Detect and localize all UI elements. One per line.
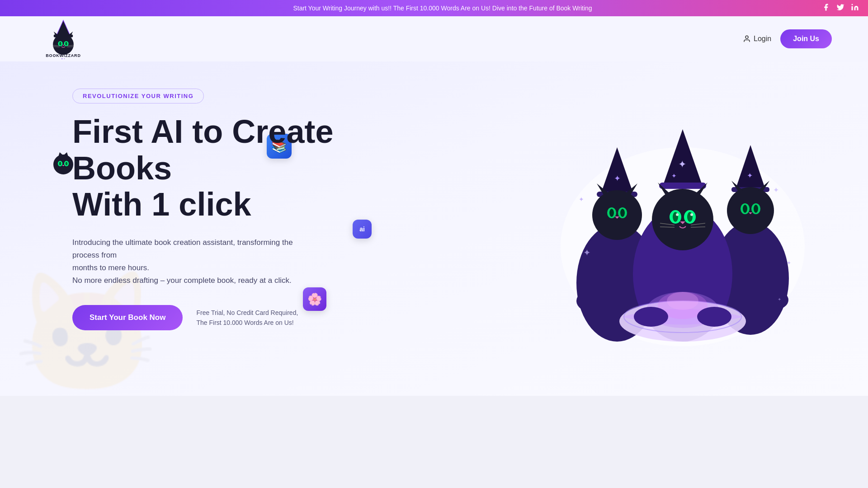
hero-description: Introducing the ultimate book creation a… xyxy=(72,236,312,287)
svg-text:✦: ✦ xyxy=(778,297,781,302)
svg-line-71 xyxy=(660,227,675,227)
svg-point-24 xyxy=(66,162,68,165)
hero-title-line1: First AI to Create xyxy=(72,113,333,150)
twitter-icon[interactable] xyxy=(836,3,844,13)
svg-point-18 xyxy=(53,155,73,174)
svg-point-9 xyxy=(65,42,67,46)
hero-section: 📚 ai 🌸 🐱 REVOLUTIONIZE YOUR WRITING Firs… xyxy=(0,61,868,396)
free-trial-line2: The First 10.000 Words Are on Us! xyxy=(196,318,298,328)
svg-text:✦: ✦ xyxy=(583,248,591,258)
svg-point-31 xyxy=(592,190,642,240)
svg-point-50 xyxy=(743,205,747,213)
join-button[interactable]: Join Us xyxy=(780,29,832,48)
hero-image: ✦ ✦ xyxy=(542,75,823,382)
wizard-cats-illustration: ✦ ✦ xyxy=(552,111,814,346)
hero-desc-line1: Introducing the ultimate book creation a… xyxy=(72,238,293,259)
svg-point-0 xyxy=(852,4,853,5)
logo: BOOKWIZZARD — AI — xyxy=(36,19,90,59)
hero-title-line2: Books xyxy=(72,150,172,186)
svg-text:✦: ✦ xyxy=(787,260,791,266)
svg-point-79 xyxy=(634,307,668,327)
linkedin-icon[interactable] xyxy=(851,3,859,13)
login-label: Login xyxy=(754,35,771,43)
svg-point-36 xyxy=(609,209,614,217)
svg-text:✦: ✦ xyxy=(678,159,686,170)
hero-title-line3: With 1 click xyxy=(72,186,251,222)
svg-text:— AI —: — AI — xyxy=(55,57,71,59)
svg-point-39 xyxy=(576,290,608,312)
svg-text:✦: ✦ xyxy=(747,172,753,179)
hero-title: First AI to Create Books With 1 click xyxy=(72,113,333,223)
cta-row: Start Your Book Now Free Trial, No Credi… xyxy=(72,305,333,330)
facebook-icon[interactable] xyxy=(822,3,830,13)
svg-point-51 xyxy=(754,205,758,213)
floating-ai-icon: ai xyxy=(353,220,372,239)
start-book-button[interactable]: Start Your Book Now xyxy=(72,305,183,330)
svg-point-80 xyxy=(697,307,731,327)
svg-point-78 xyxy=(667,292,698,310)
logo-area: BOOKWIZZARD — AI — xyxy=(36,19,90,59)
hero-content: REVOLUTIONIZE YOUR WRITING First AI to C… xyxy=(72,84,333,330)
free-trial-line1: Free Trial, No Credit Card Required, xyxy=(196,308,298,318)
svg-point-3 xyxy=(53,34,74,55)
nav-right: Login Join Us xyxy=(743,29,832,48)
svg-point-45 xyxy=(727,187,774,234)
social-icons xyxy=(822,3,859,13)
svg-point-8 xyxy=(59,42,61,46)
free-trial-text: Free Trial, No Credit Card Required, The… xyxy=(196,308,298,328)
svg-point-67 xyxy=(676,213,679,216)
svg-text:✦: ✦ xyxy=(773,186,779,194)
top-banner: Start Your Writing Journey with us!! The… xyxy=(0,0,868,16)
user-icon xyxy=(743,35,751,43)
svg-point-68 xyxy=(690,213,693,216)
hero-desc-line3: No more endless drafting – your complete… xyxy=(72,276,292,285)
svg-point-23 xyxy=(59,162,61,165)
revolutionize-badge: REVOLUTIONIZE YOUR WRITING xyxy=(72,89,204,103)
login-button[interactable]: Login xyxy=(743,35,771,43)
svg-text:✦: ✦ xyxy=(579,196,584,203)
hero-desc-line2: months to mere hours. xyxy=(72,263,149,272)
svg-point-54 xyxy=(760,290,788,310)
svg-marker-1 xyxy=(57,20,70,35)
svg-text:✦: ✦ xyxy=(614,174,621,183)
bottom-section xyxy=(0,396,868,488)
svg-point-37 xyxy=(620,209,625,217)
navbar: BOOKWIZZARD — AI — Login Join Us xyxy=(0,16,868,61)
banner-text: Start Your Writing Journey with us!! The… xyxy=(63,5,822,12)
svg-line-73 xyxy=(691,227,705,227)
svg-point-60 xyxy=(652,189,713,250)
svg-text:✦: ✦ xyxy=(671,172,677,179)
svg-point-17 xyxy=(745,36,748,38)
svg-rect-57 xyxy=(659,183,706,189)
